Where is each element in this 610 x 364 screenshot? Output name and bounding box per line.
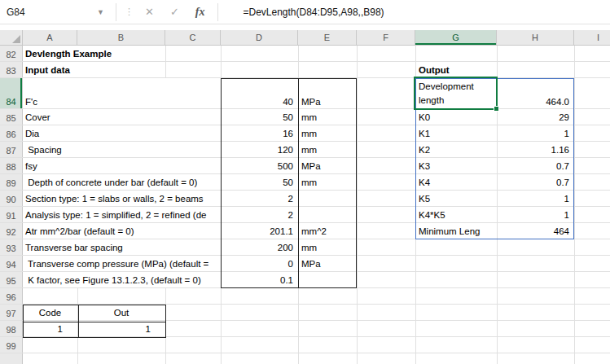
cell-H84[interactable]: 464.0 <box>497 78 574 108</box>
cell-E88[interactable]: MPa <box>298 158 357 173</box>
cell-A93[interactable]: Transverse bar spacing <box>23 239 221 255</box>
cell-E86[interactable]: mm <box>298 125 357 141</box>
cell-A94[interactable]: Transverse comp pressure (MPa) (default … <box>23 256 221 271</box>
name-box[interactable]: G84 ▼ <box>7 3 111 21</box>
cell-D94[interactable]: 0 <box>221 256 298 271</box>
column-header-E[interactable]: E <box>298 30 357 45</box>
cell-E85[interactable]: mm <box>298 109 357 125</box>
cell-E89[interactable]: mm <box>298 174 357 190</box>
cell-A98[interactable]: 1 <box>23 321 77 336</box>
row-header-99[interactable]: 99 <box>0 337 23 353</box>
column-header-B[interactable]: B <box>77 30 165 45</box>
column-header-G[interactable]: G <box>415 30 497 45</box>
cell-D93[interactable]: 200 <box>221 239 298 255</box>
column-header-H[interactable]: H <box>497 30 574 45</box>
cell-A86[interactable]: Dia <box>23 125 221 141</box>
cell-B98[interactable]: 1 <box>77 321 165 336</box>
row-header-90[interactable]: 90 <box>0 191 23 206</box>
cell-D87[interactable]: 120 <box>221 142 298 157</box>
column-header-F[interactable]: F <box>357 30 415 45</box>
cell-D95[interactable]: 0.1 <box>221 272 298 287</box>
row-header-93[interactable]: 93 <box>0 239 23 255</box>
cell-D84[interactable]: 40 <box>221 78 298 108</box>
cell-H87[interactable]: 1.16 <box>497 142 574 157</box>
fill-handle[interactable] <box>494 106 499 112</box>
cell-A92[interactable]: Atr mm^2/bar (default = 0) <box>23 223 221 239</box>
cell-H85[interactable]: 29 <box>497 109 574 125</box>
cell-G85[interactable]: K0 <box>415 109 497 125</box>
cell-H90[interactable]: 1 <box>497 191 574 206</box>
cell-D86[interactable]: 16 <box>221 125 298 141</box>
cell-D89[interactable]: 50 <box>221 174 298 190</box>
row-header-84[interactable]: 84 <box>0 78 23 108</box>
cell-G84-selected[interactable]: Development length <box>415 78 497 108</box>
cell-A97[interactable]: Code <box>23 305 77 320</box>
row-header-98[interactable]: 98 <box>0 321 23 336</box>
cell-H88[interactable]: 0.7 <box>497 158 574 173</box>
name-box-dropdown-icon[interactable]: ▼ <box>97 8 111 16</box>
enter-icon[interactable]: ✓ <box>170 6 179 18</box>
cell-A85[interactable]: Cover <box>23 109 221 125</box>
cell-E93[interactable]: mm <box>298 239 357 255</box>
row-header-96[interactable]: 96 <box>0 288 23 304</box>
row-header-97[interactable]: 97 <box>0 305 23 320</box>
cell-D85[interactable]: 50 <box>221 109 298 125</box>
select-all-button[interactable] <box>0 30 23 45</box>
cell-E87[interactable]: mm <box>298 142 357 157</box>
insert-function-icon[interactable]: fx <box>195 6 205 19</box>
row-header-89[interactable]: 89 <box>0 174 23 190</box>
cell-G91[interactable]: K4*K5 <box>415 207 497 222</box>
cancel-icon[interactable]: ✕ <box>145 6 154 18</box>
cell-G92[interactable]: Minimum Leng <box>415 223 497 239</box>
cell-D88[interactable]: 500 <box>221 158 298 173</box>
sheet-row-partial <box>0 353 610 364</box>
row-header-94[interactable]: 94 <box>0 256 23 271</box>
cell-E92[interactable]: mm^2 <box>298 223 357 239</box>
cell-D92[interactable]: 201.1 <box>221 223 298 239</box>
formula-input[interactable]: =DevLength(D84:D95,A98,,B98) <box>243 7 384 18</box>
column-header-A[interactable]: A <box>23 30 77 45</box>
sheet-row-92: 92 Atr mm^2/bar (default = 0) 201.1 mm^2… <box>0 223 610 239</box>
cell-A90[interactable]: Section type: 1 = slabs or walls, 2 = be… <box>23 191 221 206</box>
cell-D90[interactable]: 2 <box>221 191 298 206</box>
row-header-88[interactable]: 88 <box>0 158 23 173</box>
cell-A83[interactable]: Input data <box>23 62 165 77</box>
row-header-82[interactable]: 82 <box>0 46 23 61</box>
cell-A91[interactable]: Analysis type: 1 = simplified, 2 = refin… <box>23 207 221 222</box>
cell-A95[interactable]: K factor, see Figure 13.1.2.3, (default … <box>23 272 221 287</box>
sheet-row-99: 99 <box>0 337 610 353</box>
column-header-C[interactable]: C <box>165 30 221 45</box>
row-header-86[interactable]: 86 <box>0 125 23 141</box>
cell-E94[interactable]: MPa <box>298 256 357 271</box>
cell-H91[interactable]: 1 <box>497 207 574 222</box>
cell-E84[interactable]: MPa <box>298 78 357 108</box>
cell-G86[interactable]: K1 <box>415 125 497 141</box>
cell-A84[interactable]: F'c <box>23 78 221 108</box>
cell-H89[interactable]: 0.7 <box>497 174 574 190</box>
cell-G90[interactable]: K5 <box>415 191 497 206</box>
sheet-row-86: 86 Dia 16 mm K1 1 <box>0 125 610 142</box>
cell-G87[interactable]: K2 <box>415 142 497 157</box>
cell-B97[interactable]: Out <box>77 305 165 320</box>
cell-H86[interactable]: 1 <box>497 125 574 141</box>
row-header-95[interactable]: 95 <box>0 272 23 287</box>
sheet-row-90: 90 Section type: 1 = slabs or walls, 2 =… <box>0 191 610 207</box>
sheet-row-97: 97 Code Out <box>0 305 610 321</box>
cell-G83[interactable]: Output <box>415 62 497 77</box>
column-header-I[interactable]: I <box>574 30 610 45</box>
row-header-85[interactable]: 85 <box>0 109 23 125</box>
cell-A87[interactable]: Spacing <box>23 142 221 157</box>
row-header-83[interactable]: 83 <box>0 62 23 77</box>
cell-D91[interactable]: 2 <box>221 207 298 222</box>
cell-A89[interactable]: Depth of concrete under bar (default = 0… <box>23 174 221 190</box>
row-header-87[interactable]: 87 <box>0 142 23 157</box>
cell-G88[interactable]: K3 <box>415 158 497 173</box>
row-header-92[interactable]: 92 <box>0 223 23 239</box>
cell-H92[interactable]: 464 <box>497 223 574 239</box>
row-header-91[interactable]: 91 <box>0 207 23 222</box>
cell-G89[interactable]: K4 <box>415 174 497 190</box>
cell-A82[interactable]: Devlength Example <box>23 46 165 61</box>
column-header-D[interactable]: D <box>221 30 298 45</box>
cell-A88[interactable]: fsy <box>23 158 221 173</box>
name-box-value: G84 <box>7 7 25 18</box>
